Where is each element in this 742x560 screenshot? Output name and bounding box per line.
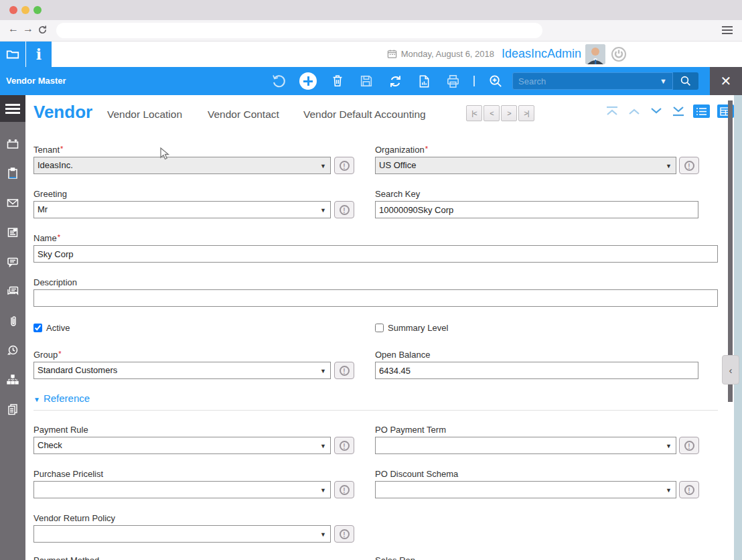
payment-rule-info-button[interactable]: ! <box>334 437 354 454</box>
close-window-tab-button[interactable]: ✕ <box>710 67 742 95</box>
summary-level-checkbox[interactable] <box>375 324 384 332</box>
history-icon[interactable] <box>5 344 20 357</box>
greeting-combo[interactable]: Mr▼ <box>33 201 331 218</box>
payment-rule-combo[interactable]: Check▼ <box>33 437 331 454</box>
tab-vendor-location[interactable]: Vendor Location <box>107 109 182 121</box>
close-window-button[interactable] <box>9 6 17 14</box>
calendar-icon[interactable] <box>5 137 20 151</box>
first-record-button[interactable]: |< <box>466 105 482 121</box>
toolbar-search-box[interactable]: ▼ <box>512 72 673 90</box>
organization-label: Organization* <box>375 145 428 155</box>
reference-section-header[interactable]: ▼Reference <box>33 393 90 404</box>
previous-record-button[interactable]: < <box>484 105 500 121</box>
refresh-icon[interactable] <box>387 73 403 89</box>
next-record-button[interactable]: > <box>501 105 517 121</box>
username[interactable]: IdeasIncAdmin <box>502 47 581 61</box>
info-button[interactable]: i <box>26 42 52 67</box>
chevron-down-icon: ▼ <box>666 438 672 454</box>
attachment-icon[interactable] <box>5 314 20 328</box>
collapse-triangle-icon: ▼ <box>33 396 40 403</box>
menu-folder-button[interactable] <box>0 42 25 67</box>
browser-reload-icon[interactable] <box>38 25 48 35</box>
browser-toolbar: ← → <box>0 20 742 42</box>
search-input[interactable] <box>513 76 660 86</box>
description-label: Description <box>33 277 77 287</box>
vendor-return-policy-label: Vendor Return Policy <box>33 513 115 523</box>
report-icon[interactable] <box>416 73 432 89</box>
tenant-combo[interactable]: IdeasInc.▼ <box>33 157 331 174</box>
group-combo[interactable]: Standard Customers▼ <box>33 362 331 379</box>
active-checkbox[interactable] <box>33 324 42 332</box>
left-sidebar <box>0 95 25 560</box>
expand-all-icon[interactable] <box>671 105 686 117</box>
documents-icon[interactable] <box>5 403 20 416</box>
chat-icon[interactable] <box>5 255 20 269</box>
last-record-button[interactable]: >| <box>518 105 534 121</box>
tab-vendor[interactable]: Vendor <box>33 102 92 123</box>
new-record-icon[interactable] <box>299 72 317 90</box>
save-icon[interactable] <box>358 73 374 89</box>
address-bar[interactable] <box>56 23 542 38</box>
open-balance-input[interactable] <box>375 362 698 379</box>
collapse-all-icon[interactable] <box>605 105 619 117</box>
tab-strip: Vendor Vendor Location Vendor Contact Ve… <box>25 95 742 134</box>
browser-menu-icon[interactable] <box>722 26 733 36</box>
print-icon[interactable] <box>445 73 461 89</box>
purchase-pricelist-label: Purchase Pricelist <box>33 469 103 479</box>
minimize-window-button[interactable] <box>21 6 29 14</box>
vendor-return-policy-info-button[interactable]: ! <box>334 525 354 543</box>
group-label: Group* <box>33 350 61 360</box>
browser-forward-icon[interactable]: → <box>23 23 33 35</box>
delete-icon[interactable] <box>329 73 346 89</box>
undo-icon[interactable] <box>271 73 287 89</box>
search-key-input[interactable] <box>375 201 698 218</box>
po-discount-schema-info-button[interactable]: ! <box>679 481 699 498</box>
parent-record-icon[interactable] <box>627 107 642 116</box>
avatar[interactable] <box>585 44 605 64</box>
zoom-across-icon[interactable] <box>488 73 504 89</box>
notice-icon[interactable] <box>5 226 20 239</box>
forum-icon[interactable] <box>5 285 20 298</box>
search-options-chevron-icon[interactable]: ▼ <box>660 77 672 85</box>
description-input[interactable] <box>33 289 718 307</box>
purchase-pricelist-info-button[interactable]: ! <box>334 481 354 498</box>
mail-icon[interactable] <box>5 196 20 210</box>
logout-button[interactable] <box>611 46 627 62</box>
record-info-icon: ! <box>684 161 694 171</box>
tenant-info-button[interactable]: ! <box>334 157 354 174</box>
po-payment-term-combo[interactable]: ▼ <box>375 437 676 454</box>
maximize-window-button[interactable] <box>33 6 42 14</box>
chevron-down-icon: ▼ <box>666 158 672 174</box>
purchase-pricelist-combo[interactable]: ▼ <box>33 481 331 498</box>
greeting-info-button[interactable]: ! <box>334 201 354 218</box>
organization-combo[interactable]: US Office▼ <box>375 157 676 174</box>
po-discount-schema-combo[interactable]: ▼ <box>375 481 676 498</box>
toolbar-separator <box>473 76 475 86</box>
active-label: Active <box>46 323 70 333</box>
detail-record-icon[interactable] <box>649 107 664 116</box>
record-info-icon: ! <box>684 441 694 451</box>
chevron-down-icon: ▼ <box>666 482 672 498</box>
search-button[interactable] <box>673 72 698 90</box>
clipboard-icon[interactable] <box>5 167 20 180</box>
list-view-toggle[interactable] <box>693 104 710 118</box>
tab-vendor-contact[interactable]: Vendor Contact <box>208 109 279 121</box>
workflow-icon[interactable] <box>5 373 20 387</box>
chevron-down-icon: ▼ <box>320 438 326 454</box>
scrollbar-track[interactable] <box>734 95 742 560</box>
po-payment-term-info-button[interactable]: ! <box>679 437 699 454</box>
window-title: Vendor Master <box>6 76 66 86</box>
chevron-down-icon: ▼ <box>320 363 326 379</box>
name-label: Name* <box>33 233 60 243</box>
name-input[interactable] <box>33 245 718 263</box>
tab-vendor-default-accounting[interactable]: Vendor Default Accounting <box>303 109 426 121</box>
sidebar-menu-button[interactable] <box>0 95 25 122</box>
organization-info-button[interactable]: ! <box>679 157 699 174</box>
browser-back-icon[interactable]: ← <box>8 23 19 35</box>
group-info-button[interactable]: ! <box>334 362 354 379</box>
search-key-label: Search Key <box>375 189 420 199</box>
chevron-down-icon: ▼ <box>320 202 326 218</box>
record-info-icon: ! <box>340 441 350 451</box>
side-panel-toggle[interactable]: ‹ <box>722 355 739 384</box>
vendor-return-policy-combo[interactable]: ▼ <box>33 525 331 543</box>
